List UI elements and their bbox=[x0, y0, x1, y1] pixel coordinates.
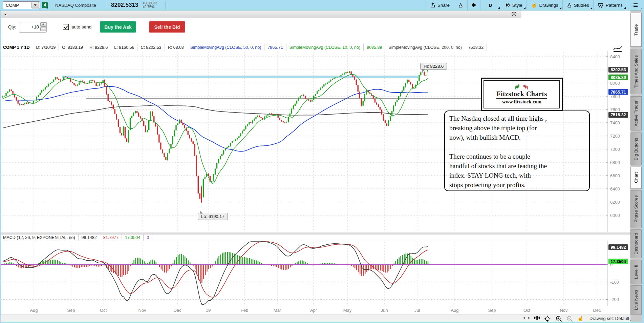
svg-text:8400: 8400 bbox=[610, 54, 620, 59]
x-axis-label: Oct bbox=[100, 308, 107, 313]
svg-text:-100: -100 bbox=[610, 280, 619, 285]
watchlist-flag-badge[interactable]: 4 bbox=[42, 2, 48, 8]
logo-title: Fitzstock Charts bbox=[496, 90, 547, 99]
studies-label: Studies bbox=[574, 3, 589, 8]
menu-icon bbox=[633, 3, 638, 7]
sma200-study-value: 7518.32 bbox=[465, 44, 487, 51]
gadget-gear-icon[interactable] bbox=[511, 11, 517, 18]
share-label: Share bbox=[437, 3, 450, 8]
high-cell: H: 8228.6 bbox=[86, 44, 111, 51]
zoom-out-icon[interactable] bbox=[565, 316, 574, 322]
macd-chart[interactable]: 0-100-20099.148217.3504 bbox=[0, 241, 630, 306]
analyst-note[interactable]: The Nasdaq closed at all time highs , br… bbox=[444, 110, 590, 191]
crosshair-icon[interactable] bbox=[543, 316, 551, 322]
collapse-chevron-icon[interactable]: ⌄ bbox=[3, 11, 7, 16]
chart-menu-button[interactable] bbox=[627, 0, 644, 10]
svg-text:99.1482: 99.1482 bbox=[610, 245, 626, 250]
macd-study-label[interactable]: MACD (12, 26, 9, EXPONENTIAL, no) bbox=[0, 235, 79, 241]
sidebar-tab-live-news[interactable]: Live News bbox=[630, 285, 642, 315]
svg-text:7200: 7200 bbox=[610, 134, 620, 139]
scroll-left-button[interactable]: ◂ bbox=[521, 316, 526, 320]
sidebar-tab-big-buttons[interactable]: Big Buttons bbox=[630, 133, 642, 165]
qty-value[interactable]: +10 bbox=[31, 24, 39, 29]
share-icon bbox=[430, 2, 435, 8]
chart-title: COMP 1 Y 1D bbox=[0, 44, 33, 51]
studies-button[interactable]: Studies bbox=[562, 0, 593, 10]
svg-text:8000: 8000 bbox=[610, 81, 620, 86]
timeframe-label: D bbox=[489, 3, 492, 8]
sma10-study-label[interactable]: SimpleMovingAvg (CLOSE, 10, 0, no) bbox=[286, 44, 364, 51]
macd-value: 99.1482 bbox=[79, 235, 100, 241]
top-toolbar: COMP 4 NASDAQ Composite 8202.5313 +60.80… bbox=[0, 0, 644, 11]
sma50-study-label[interactable]: SimpleMovingAvg (CLOSE, 50, 0, no) bbox=[187, 44, 265, 51]
sidebar-tab-times-and-sales[interactable]: Times And Sales bbox=[630, 49, 642, 94]
x-axis-label: Sep bbox=[488, 308, 496, 313]
chart-header: COMP 1 Y 1D D: 7/10/19 O: 8183.19 H: 822… bbox=[0, 44, 630, 51]
patterns-button[interactable]: Patterns bbox=[593, 0, 627, 10]
x-axis-label: May bbox=[343, 308, 352, 313]
patterns-label: Patterns bbox=[606, 3, 623, 8]
scroll-right-button[interactable]: ▸ bbox=[527, 316, 532, 320]
sidebar-tab-level-ii[interactable]: Level II bbox=[630, 260, 642, 284]
qty-increment-button[interactable]: + bbox=[40, 22, 46, 27]
macd-axis: 0-100-20099.148217.3504 bbox=[606, 241, 628, 306]
sidebar-tab-chart[interactable]: Chart bbox=[630, 167, 642, 189]
x-axis-label: Nov bbox=[560, 308, 567, 313]
sma10-line bbox=[3, 75, 428, 184]
fitzstock-logo: Fitzstock Charts www.fitzstock.com bbox=[481, 78, 563, 111]
date-cell: D: 7/10/19 bbox=[33, 44, 59, 51]
x-axis-label: Aug bbox=[30, 308, 38, 313]
svg-text:6600: 6600 bbox=[610, 173, 620, 178]
x-axis-label: Sep bbox=[67, 308, 75, 313]
qty-decrement-button[interactable]: − bbox=[40, 27, 46, 32]
time-axis: AugSepOctNovDec19FebMarAprMayJunJulAugSe… bbox=[0, 306, 630, 315]
sidebar-tab-trade[interactable]: Trade bbox=[630, 13, 642, 47]
auto-send-checkbox[interactable] bbox=[63, 24, 69, 30]
qty-label: Qty: bbox=[8, 24, 16, 29]
sidebar-tab-active-trader[interactable]: Active Trader bbox=[630, 96, 642, 130]
style-button[interactable]: Style bbox=[501, 0, 527, 10]
svg-text:7000: 7000 bbox=[610, 147, 620, 152]
app-window: COMP 4 NASDAQ Composite 8202.5313 +60.80… bbox=[0, 0, 644, 323]
candles-layer bbox=[2, 68, 428, 203]
zoom-in-icon[interactable] bbox=[555, 316, 563, 322]
x-axis-label: Nov bbox=[138, 308, 146, 313]
settings-button[interactable]: ✱ bbox=[467, 0, 480, 10]
sma200-study-label[interactable]: SimpleMovingAvg (CLOSE, 200, 0, no) bbox=[385, 44, 465, 51]
price-change: +60.8033 +0.75% bbox=[142, 1, 166, 9]
sma50-study-value: 7865.71 bbox=[264, 44, 286, 51]
price-axis: 8400800078007600740072007000680066006400… bbox=[606, 51, 628, 232]
svg-text:7600: 7600 bbox=[610, 107, 620, 112]
svg-text:-200: -200 bbox=[610, 297, 619, 302]
share-button[interactable]: Share bbox=[426, 0, 454, 10]
auto-send-label: auto send bbox=[71, 24, 91, 29]
high-callout[interactable]: Hi: 8228.6 bbox=[420, 63, 447, 70]
last-price: 8202.5313 bbox=[111, 2, 138, 8]
macd-header: MACD (12, 26, 9, EXPONENTIAL, no) 99.148… bbox=[0, 235, 630, 241]
symbol-dropdown-button[interactable] bbox=[31, 2, 39, 8]
analyze-button[interactable] bbox=[454, 0, 467, 10]
macd-zero: 0 bbox=[144, 235, 152, 241]
flask-icon bbox=[458, 2, 463, 8]
flask-icon bbox=[567, 2, 572, 8]
buy-ask-button[interactable]: Buy the Ask bbox=[100, 21, 136, 33]
macd-diff: 17.3504 bbox=[122, 235, 144, 241]
low-callout[interactable]: Lo: 6190.17 bbox=[198, 213, 228, 220]
macd-gridlines bbox=[0, 241, 608, 306]
svg-text:6000: 6000 bbox=[610, 213, 620, 218]
drawing-set-selector[interactable]: Drawing set: Default bbox=[589, 316, 632, 321]
drawings-button[interactable]: ☝ Drawings bbox=[527, 0, 562, 10]
bottom-control-bar: ◂ ▸ ☝ Drawing set: Default bbox=[0, 315, 644, 323]
timeframe-button[interactable]: D bbox=[480, 0, 501, 10]
x-axis-label: Oct bbox=[523, 308, 530, 313]
sidebar-tab-dashboard[interactable]: Dashboard bbox=[630, 229, 642, 258]
svg-text:17.3504: 17.3504 bbox=[610, 259, 626, 264]
symbol-select[interactable]: COMP bbox=[3, 1, 40, 9]
sell-bid-button[interactable]: Sell the Bid bbox=[149, 21, 185, 33]
hand-tool-icon[interactable]: ☝ bbox=[576, 316, 584, 322]
quantity-stepper[interactable]: +10 + − bbox=[19, 22, 47, 33]
pan-mode-icon[interactable] bbox=[533, 316, 541, 320]
sidebar-tab-phase-scores[interactable]: Phase Scores bbox=[630, 190, 642, 228]
chart-drawings bbox=[62, 77, 485, 99]
gear-icon: ✱ bbox=[472, 2, 476, 8]
